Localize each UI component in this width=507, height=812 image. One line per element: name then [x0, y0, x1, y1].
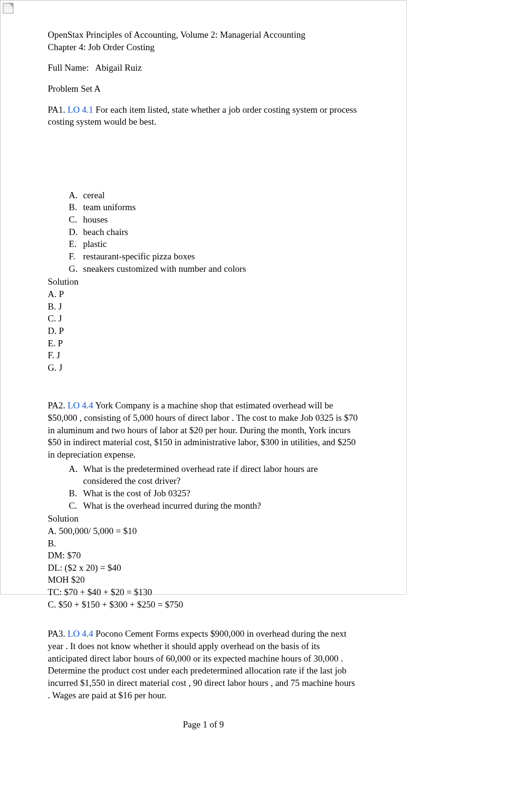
page-number: Page 1 of 9 [48, 718, 359, 731]
item-text: houses [83, 214, 108, 226]
item-marker: F. [69, 250, 83, 263]
spacer [48, 130, 359, 187]
solution-line: B. [48, 537, 359, 550]
item-marker: B. [69, 487, 83, 500]
problem-items: A.cereal B.team uniforms C.houses D.beac… [69, 189, 359, 275]
list-item: D.beach chairs [69, 226, 359, 238]
spacer [48, 382, 359, 399]
item-marker: E. [69, 238, 83, 250]
header-line-2: Chapter 4: Job Order Costing [48, 41, 359, 53]
solution-line: G. J [48, 362, 359, 374]
problem-number: PA1. [48, 105, 65, 115]
list-item: A.What is the predetermined overhead rat… [69, 463, 359, 487]
document-page: OpenStax Principles of Accounting, Volum… [0, 0, 407, 759]
problem-pa1: PA1. LO 4.1 For each item listed, state … [48, 104, 359, 374]
problem-number: PA2. [48, 400, 65, 410]
item-text: team uniforms [83, 201, 136, 214]
item-marker: G. [69, 263, 83, 275]
lo-link[interactable]: LO 4.4 [68, 400, 94, 410]
solution-line: D. P [48, 325, 359, 337]
item-text: beach chairs [83, 226, 128, 238]
list-item: F.restaurant-specific pizza boxes [69, 250, 359, 263]
item-text: What is the overhead incurred during the… [83, 500, 261, 512]
item-text: What is the predetermined overhead rate … [83, 463, 359, 487]
solution-line: DL: ($2 x 20) = $40 [48, 562, 359, 574]
problem-pa3: PA3. LO 4.4 Pocono Cement Forms expects … [48, 628, 359, 701]
solution-line: E. P [48, 337, 359, 350]
header-line-1: OpenStax Principles of Accounting, Volum… [48, 29, 359, 41]
list-item: B.What is the cost of Job 0325? [69, 487, 359, 500]
solution-line: C. J [48, 312, 359, 325]
solution-line: B. J [48, 300, 359, 313]
document-header: OpenStax Principles of Accounting, Volum… [48, 29, 359, 53]
item-text: plastic [83, 238, 107, 250]
solution-label: Solution [48, 276, 359, 288]
problem-number: PA3. [48, 629, 65, 639]
problem-pa2: PA2. LO 4.4 York Company is a machine sh… [48, 399, 359, 610]
item-marker: C. [69, 500, 83, 512]
problem-items: A.What is the predetermined overhead rat… [69, 463, 359, 512]
problem-set-label: Problem Set A [48, 83, 359, 95]
lo-link[interactable]: LO 4.4 [68, 629, 94, 639]
item-marker: B. [69, 201, 83, 214]
problem-prompt-text: York Company is a machine shop that esti… [48, 400, 358, 459]
item-text: sneakers customized with number and colo… [83, 263, 246, 275]
list-item: G.sneakers customized with number and co… [69, 263, 359, 275]
item-text: What is the cost of Job 0325? [83, 487, 190, 500]
name-value: Abigail Ruiz [95, 63, 142, 73]
solution-label: Solution [48, 513, 359, 525]
list-item: E.plastic [69, 238, 359, 250]
problem-prompt-text: Pocono Cement Forms expects $900,000 in … [48, 629, 355, 700]
name-line: Full Name: Abigail Ruiz [48, 62, 359, 74]
list-item: C.houses [69, 214, 359, 226]
list-item: B.team uniforms [69, 201, 359, 214]
name-label: Full Name: [48, 63, 89, 73]
solution-line: A. 500,000/ 5,000 = $10 [48, 525, 359, 537]
item-text: restaurant-specific pizza boxes [83, 250, 195, 263]
item-marker: C. [69, 214, 83, 226]
solution-line: DM: $70 [48, 549, 359, 562]
spacer [48, 619, 359, 628]
solution-block: Solution A. P B. J C. J D. P E. P F. J G… [48, 276, 359, 374]
item-marker: A. [69, 189, 83, 202]
problem-prompt: PA3. LO 4.4 Pocono Cement Forms expects … [48, 628, 359, 701]
item-text: cereal [83, 189, 105, 202]
problem-prompt: PA2. LO 4.4 York Company is a machine sh… [48, 399, 359, 460]
problem-prompt-text: For each item listed, state whether a jo… [48, 105, 357, 127]
list-item: C.What is the overhead incurred during t… [69, 500, 359, 512]
solution-line: MOH $20 [48, 574, 359, 586]
item-marker: A. [69, 463, 83, 487]
solution-line: C. $50 + $150 + $300 + $250 = $750 [48, 598, 359, 611]
solution-line: A. P [48, 288, 359, 300]
solution-line: F. J [48, 349, 359, 362]
lo-link[interactable]: LO 4.1 [68, 105, 94, 115]
list-item: A.cereal [69, 189, 359, 202]
solution-block: Solution A. 500,000/ 5,000 = $10 B. DM: … [48, 513, 359, 610]
item-marker: D. [69, 226, 83, 238]
solution-line: TC: $70 + $40 + $20 = $130 [48, 586, 359, 598]
problem-prompt: PA1. LO 4.1 For each item listed, state … [48, 104, 359, 128]
